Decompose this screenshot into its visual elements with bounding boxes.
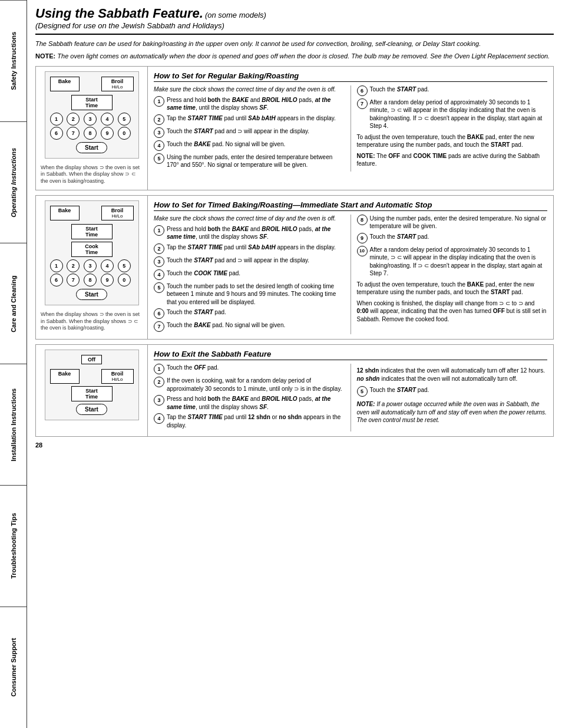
- oven-diagram-2: Bake BroilHi/Lo StartTime CookTime 1 2 3…: [45, 200, 139, 305]
- title-main: Using the Sabbath Feature.: [35, 6, 203, 21]
- oven1-key-9: 9: [101, 127, 114, 140]
- section1-note1: To adjust the oven temperature, touch th…: [357, 133, 548, 149]
- oven2-key-0: 0: [118, 274, 131, 286]
- oven1-broil-btn: BroilHi/Lo: [101, 77, 134, 91]
- section3-content: How to Exit the Sabbath Feature 1 Touch …: [148, 345, 553, 436]
- oven2-key-2: 2: [67, 259, 80, 272]
- sidebar-tab-safety[interactable]: Safety Instructions: [0, 0, 27, 121]
- s3-step2-num: 2: [154, 377, 164, 387]
- s2-step10-text: After a random delay period of approxima…: [370, 246, 548, 278]
- step5-num: 5: [154, 153, 164, 164]
- oven3-bake-btn: Bake: [50, 369, 80, 384]
- s2-step2-num: 2: [154, 243, 164, 254]
- oven1-key-3: 3: [84, 113, 97, 126]
- s2-step5-text: Touch the number pads to set the desired…: [167, 282, 345, 307]
- oven1-key-1: 1: [50, 113, 63, 126]
- oven1-key-5: 5: [118, 113, 131, 126]
- section2-step-8: 8 Using the number pads, enter the desir…: [357, 215, 548, 230]
- page-number: 28: [35, 442, 554, 449]
- section2-steps-container: Make sure the clock shows the correct ti…: [154, 215, 547, 335]
- oven-diagram-1: Bake BroilHi/Lo StartTime 1 2 3 4 5 6 7: [45, 71, 139, 159]
- section-exit-sabbath: Off Bake BroilHi/Lo StartTime Start How …: [35, 344, 554, 437]
- oven3-start-btn: Start: [76, 404, 107, 415]
- oven2-start-time: StartTime: [71, 224, 113, 239]
- oven2-key-9: 9: [101, 274, 114, 286]
- page-title: Using the Sabbath Feature. (on some mode…: [35, 6, 554, 21]
- s2-step9-num: 9: [357, 233, 368, 243]
- oven1-bake-btn: Bake: [50, 77, 80, 91]
- sidebar-tab-operating[interactable]: Operating Instructions: [0, 121, 27, 243]
- s3-step2-text: If the oven is cooking, wait for a rando…: [167, 377, 345, 393]
- step6-text: Touch the START pad.: [370, 85, 548, 94]
- sidebar-tab-consumer[interactable]: Consumer Support: [0, 607, 27, 728]
- step7-text: After a random delay period of approxima…: [370, 98, 548, 130]
- section1-heading: How to Set for Regular Baking/Roasting: [154, 71, 547, 82]
- s2-step8-text: Using the number pads, enter the desired…: [370, 215, 548, 230]
- s3-step4-text: Tap the START TIME pad until 12 shdn or …: [167, 413, 345, 429]
- section2-step-9: 9 Touch the START pad.: [357, 233, 548, 243]
- section1-note2: NOTE: The OFF and COOK TIME pads are act…: [357, 152, 548, 168]
- step6-num: 6: [357, 85, 368, 96]
- section1-steps-right: 6 Touch the START pad. 7 After a random …: [351, 85, 548, 172]
- section3-step-2: 2 If the oven is cooking, wait for a ran…: [154, 377, 345, 393]
- section1-step-3: 3 Touch the START pad and ⊃ will appear …: [154, 127, 345, 138]
- oven2-key-5: 5: [118, 259, 131, 272]
- oven1-key-8: 8: [84, 127, 97, 140]
- s3-step5-text: Touch the START pad.: [370, 386, 548, 394]
- s3-step3-num: 3: [154, 395, 164, 406]
- oven2-key-8: 8: [84, 274, 97, 286]
- section3-diagram: Off Bake BroilHi/Lo StartTime Start: [36, 345, 148, 436]
- section2-content: How to Set for Timed Baking/Roasting—Imm…: [148, 196, 553, 340]
- s2-step9-text: Touch the START pad.: [370, 233, 548, 241]
- section3-step-1: 1 Touch the OFF pad.: [154, 364, 345, 374]
- section2-step-7: 7 Touch the BAKE pad. No signal will be …: [154, 321, 345, 332]
- section1-step-4: 4 Touch the BAKE pad. No signal will be …: [154, 140, 345, 151]
- s3-step5-num: 5: [357, 386, 368, 397]
- page-subtitle: (Designed for use on the Jewish Sabbath …: [35, 21, 554, 30]
- sidebar-tab-installation[interactable]: Installation Instructions: [0, 364, 27, 485]
- oven3-start-time: StartTime: [71, 386, 113, 401]
- section3-steps-left: 1 Touch the OFF pad. 2 If the oven is co…: [154, 364, 345, 431]
- section2-note1: To adjust the oven temperature, touch th…: [357, 281, 548, 297]
- step7-num: 7: [357, 98, 368, 109]
- oven2-top-buttons: Bake BroilHi/Lo: [50, 206, 134, 220]
- oven2-cook-time: CookTime: [71, 242, 113, 257]
- oven1-key-2: 2: [67, 113, 80, 126]
- oven1-caption: When the display shows ⊃ the oven is set…: [41, 164, 143, 185]
- page-container: Safety Instructions Operating Instructio…: [0, 0, 562, 728]
- oven2-broil-btn: BroilHi/Lo: [101, 206, 134, 220]
- oven2-caption: When the display shows ⊃ the oven is set…: [41, 311, 143, 332]
- s2-step10-num: 10: [357, 246, 368, 256]
- sidebar-tab-care[interactable]: Care and Cleaning: [0, 243, 27, 364]
- intro-text: The Sabbath feature can be used for baki…: [35, 39, 554, 48]
- s2-step8-num: 8: [357, 215, 368, 225]
- section1-step-5: 5 Using the number pads, enter the desir…: [154, 153, 345, 169]
- s3-step1-num: 1: [154, 364, 164, 374]
- section3-step-3: 3 Press and hold both the BAKE and BROIL…: [154, 395, 345, 411]
- sidebar-tab-troubleshooting[interactable]: Troubleshooting Tips: [0, 485, 27, 607]
- oven2-key-1: 1: [50, 259, 63, 272]
- section1-step-2: 2 Tap the START TIME pad until SAb bAtH …: [154, 114, 345, 125]
- step5-text: Using the number pads, enter the desired…: [167, 153, 345, 169]
- section2-step-6: 6 Touch the START pad.: [154, 308, 345, 319]
- section1-step-intro: Make sure the clock shows the correct ti…: [154, 85, 345, 93]
- oven3-broil-btn: BroilHi/Lo: [101, 369, 134, 384]
- section1-steps-container: Make sure the clock shows the correct ti…: [154, 85, 547, 172]
- step4-num: 4: [154, 140, 164, 151]
- section1-steps-left: Make sure the clock shows the correct ti…: [154, 85, 345, 172]
- section2-step-intro: Make sure the clock shows the correct ti…: [154, 215, 345, 222]
- section2-step-5: 5 Touch the number pads to set the desir…: [154, 282, 345, 307]
- oven1-numpad: 1 2 3 4 5 6 7 8 9 0: [50, 113, 134, 140]
- s2-step7-num: 7: [154, 321, 164, 332]
- oven2-key-7: 7: [67, 274, 80, 286]
- section3-heading: How to Exit the Sabbath Feature: [154, 350, 547, 360]
- title-section: Using the Sabbath Feature. (on some mode…: [35, 6, 554, 35]
- section2-step-3: 3 Touch the START pad and ⊃ will appear …: [154, 256, 345, 267]
- note-text: NOTE: The oven light comes on automatica…: [35, 52, 554, 61]
- s2-step5-num: 5: [154, 282, 164, 293]
- s2-step6-num: 6: [154, 308, 164, 319]
- section2-step-4: 4 Touch the COOK TIME pad.: [154, 269, 345, 280]
- s2-step3-text: Touch the START pad and ⊃ will appear in…: [167, 256, 345, 265]
- oven1-key-7: 7: [67, 127, 80, 140]
- s2-step2-text: Tap the START TIME pad until SAb bAtH ap…: [167, 243, 345, 252]
